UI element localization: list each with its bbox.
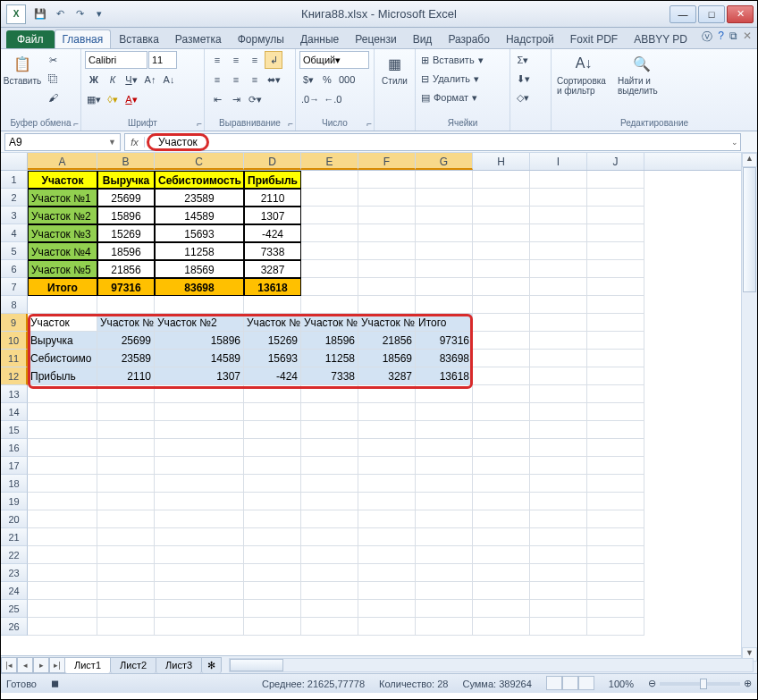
cell[interactable]: 15269: [244, 332, 301, 350]
row-header[interactable]: 9: [1, 314, 28, 332]
cell[interactable]: Участок №5: [28, 260, 97, 278]
cell[interactable]: [416, 385, 473, 403]
cell[interactable]: Участок №: [358, 314, 416, 332]
cell[interactable]: [301, 582, 358, 600]
align-middle-icon[interactable]: ≡: [227, 51, 245, 69]
cell[interactable]: 1307: [244, 207, 301, 224]
cell[interactable]: [28, 403, 97, 421]
currency-icon[interactable]: $▾: [299, 71, 317, 89]
prev-sheet-icon[interactable]: ◂: [17, 657, 33, 673]
cell[interactable]: [97, 475, 155, 493]
cell[interactable]: [244, 546, 301, 564]
row-header[interactable]: 17: [1, 457, 28, 475]
col-header[interactable]: G: [416, 153, 473, 170]
cell[interactable]: [416, 421, 473, 439]
cell[interactable]: [358, 403, 416, 421]
cell[interactable]: [155, 600, 244, 618]
cell[interactable]: [301, 457, 358, 475]
cell[interactable]: [155, 582, 244, 600]
close-button[interactable]: ✕: [727, 5, 754, 23]
cell[interactable]: [97, 600, 155, 618]
cell[interactable]: [473, 564, 530, 582]
clipboard-dialog-icon[interactable]: ⌐: [73, 119, 79, 129]
cell[interactable]: [358, 296, 416, 314]
autosum-icon[interactable]: Σ▾: [514, 51, 532, 69]
cell[interactable]: 3287: [244, 260, 301, 278]
cells-format-button[interactable]: ▤Формат ▾: [419, 89, 485, 106]
cell[interactable]: [97, 296, 155, 314]
cell[interactable]: [587, 564, 644, 582]
clear-icon[interactable]: ◇▾: [514, 89, 532, 106]
tab-formulas[interactable]: Формулы: [230, 30, 292, 48]
tab-foxit[interactable]: Foxit PDF: [562, 30, 626, 48]
col-header[interactable]: A: [28, 153, 97, 170]
row-header[interactable]: 6: [1, 260, 28, 278]
number-dialog-icon[interactable]: ⌐: [366, 119, 372, 129]
expand-formula-icon[interactable]: ⌄: [731, 138, 738, 147]
sheet-tab[interactable]: Лист1: [64, 657, 111, 673]
cell[interactable]: [587, 171, 644, 189]
help-icon[interactable]: ?: [718, 30, 724, 45]
cell[interactable]: 7338: [244, 242, 301, 260]
row-header[interactable]: 14: [1, 403, 28, 421]
cell[interactable]: [587, 582, 644, 600]
cell[interactable]: [530, 278, 587, 296]
cell[interactable]: 15693: [244, 350, 301, 367]
cell[interactable]: [416, 618, 473, 636]
shrink-font-icon[interactable]: A↓: [160, 71, 178, 89]
row-header[interactable]: 22: [1, 546, 28, 564]
cell[interactable]: [97, 528, 155, 546]
zoom-level[interactable]: 100%: [609, 679, 634, 689]
cell[interactable]: [155, 546, 244, 564]
cell[interactable]: [358, 475, 416, 493]
cell[interactable]: [301, 403, 358, 421]
row-header[interactable]: 3: [1, 207, 28, 224]
select-all-corner[interactable]: [1, 153, 28, 170]
cell[interactable]: [97, 618, 155, 636]
cell[interactable]: [301, 564, 358, 582]
cell[interactable]: [416, 564, 473, 582]
cell[interactable]: Участок №2: [28, 207, 97, 224]
tab-review[interactable]: Рецензи: [347, 30, 404, 48]
cell[interactable]: [530, 350, 587, 367]
cell[interactable]: [358, 207, 416, 224]
align-right-icon[interactable]: ≡: [246, 71, 264, 89]
cell[interactable]: [97, 493, 155, 510]
cell[interactable]: [97, 546, 155, 564]
cell[interactable]: [473, 350, 530, 367]
cell[interactable]: [530, 493, 587, 510]
tab-abbyy[interactable]: ABBYY PD: [626, 30, 695, 48]
merge-button[interactable]: ⬌▾: [265, 71, 282, 89]
cell[interactable]: [530, 528, 587, 546]
cell[interactable]: [587, 332, 644, 350]
cell[interactable]: [530, 385, 587, 403]
cell[interactable]: [97, 439, 155, 457]
cell[interactable]: [244, 457, 301, 475]
row-header[interactable]: 1: [1, 171, 28, 189]
cell[interactable]: [358, 582, 416, 600]
cell[interactable]: [587, 493, 644, 510]
cell[interactable]: [358, 278, 416, 296]
redo-icon[interactable]: ↷: [71, 5, 88, 23]
cell[interactable]: [358, 546, 416, 564]
col-header[interactable]: B: [97, 153, 155, 170]
cell[interactable]: 11258: [155, 242, 244, 260]
last-sheet-icon[interactable]: ▸|: [49, 657, 65, 673]
cell[interactable]: [416, 171, 473, 189]
cell[interactable]: [358, 385, 416, 403]
cell[interactable]: [301, 189, 358, 207]
paste-button[interactable]: 📋Вставить: [4, 51, 40, 88]
cell[interactable]: [97, 457, 155, 475]
italic-button[interactable]: К: [104, 71, 122, 89]
close-workbook-icon[interactable]: ✕: [743, 30, 752, 45]
col-header[interactable]: F: [358, 153, 416, 170]
cell[interactable]: [155, 385, 244, 403]
cell[interactable]: [530, 618, 587, 636]
cell[interactable]: [155, 403, 244, 421]
cell[interactable]: [358, 189, 416, 207]
col-header[interactable]: J: [587, 153, 644, 170]
row-header[interactable]: 2: [1, 189, 28, 207]
cell[interactable]: 1307: [155, 367, 244, 385]
cell[interactable]: [301, 493, 358, 510]
cell[interactable]: [301, 439, 358, 457]
